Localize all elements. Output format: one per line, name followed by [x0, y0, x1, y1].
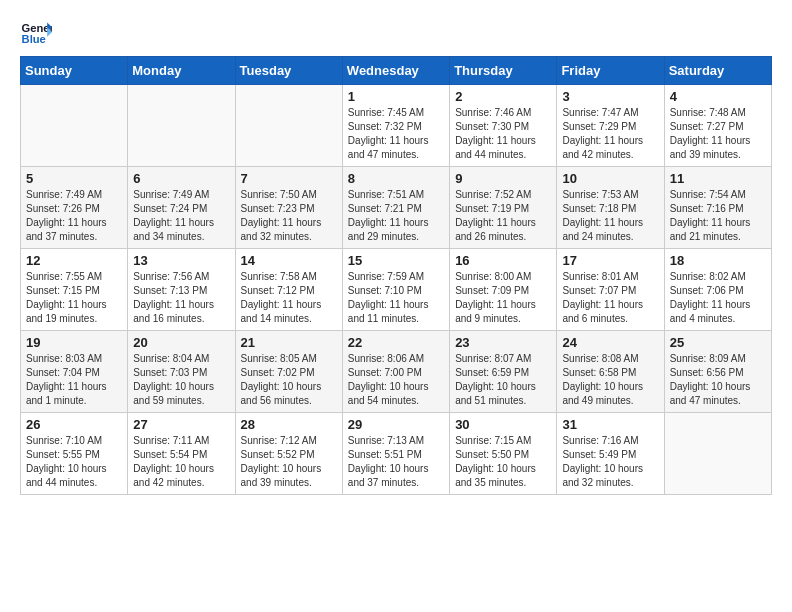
day-cell-27: 27Sunrise: 7:11 AM Sunset: 5:54 PM Dayli…: [128, 413, 235, 495]
day-number-30: 30: [455, 417, 551, 432]
day-cell-4: 4Sunrise: 7:48 AM Sunset: 7:27 PM Daylig…: [664, 85, 771, 167]
empty-cell: [21, 85, 128, 167]
day-cell-2: 2Sunrise: 7:46 AM Sunset: 7:30 PM Daylig…: [450, 85, 557, 167]
week-row-1: 5Sunrise: 7:49 AM Sunset: 7:26 PM Daylig…: [21, 167, 772, 249]
day-number-24: 24: [562, 335, 658, 350]
day-info-15: Sunrise: 7:59 AM Sunset: 7:10 PM Dayligh…: [348, 270, 444, 326]
week-row-0: 1Sunrise: 7:45 AM Sunset: 7:32 PM Daylig…: [21, 85, 772, 167]
day-number-3: 3: [562, 89, 658, 104]
day-cell-12: 12Sunrise: 7:55 AM Sunset: 7:15 PM Dayli…: [21, 249, 128, 331]
week-row-2: 12Sunrise: 7:55 AM Sunset: 7:15 PM Dayli…: [21, 249, 772, 331]
weekday-header-row: SundayMondayTuesdayWednesdayThursdayFrid…: [21, 57, 772, 85]
day-info-18: Sunrise: 8:02 AM Sunset: 7:06 PM Dayligh…: [670, 270, 766, 326]
day-info-17: Sunrise: 8:01 AM Sunset: 7:07 PM Dayligh…: [562, 270, 658, 326]
empty-cell: [664, 413, 771, 495]
empty-cell: [128, 85, 235, 167]
weekday-header-monday: Monday: [128, 57, 235, 85]
day-cell-18: 18Sunrise: 8:02 AM Sunset: 7:06 PM Dayli…: [664, 249, 771, 331]
day-cell-14: 14Sunrise: 7:58 AM Sunset: 7:12 PM Dayli…: [235, 249, 342, 331]
day-number-28: 28: [241, 417, 337, 432]
logo: General Blue: [20, 16, 56, 48]
day-cell-26: 26Sunrise: 7:10 AM Sunset: 5:55 PM Dayli…: [21, 413, 128, 495]
day-number-15: 15: [348, 253, 444, 268]
day-number-29: 29: [348, 417, 444, 432]
day-info-23: Sunrise: 8:07 AM Sunset: 6:59 PM Dayligh…: [455, 352, 551, 408]
day-cell-30: 30Sunrise: 7:15 AM Sunset: 5:50 PM Dayli…: [450, 413, 557, 495]
day-info-28: Sunrise: 7:12 AM Sunset: 5:52 PM Dayligh…: [241, 434, 337, 490]
day-number-6: 6: [133, 171, 229, 186]
weekday-header-friday: Friday: [557, 57, 664, 85]
day-number-2: 2: [455, 89, 551, 104]
day-cell-8: 8Sunrise: 7:51 AM Sunset: 7:21 PM Daylig…: [342, 167, 449, 249]
day-number-9: 9: [455, 171, 551, 186]
day-info-9: Sunrise: 7:52 AM Sunset: 7:19 PM Dayligh…: [455, 188, 551, 244]
day-number-13: 13: [133, 253, 229, 268]
day-number-12: 12: [26, 253, 122, 268]
empty-cell: [235, 85, 342, 167]
day-number-23: 23: [455, 335, 551, 350]
day-number-8: 8: [348, 171, 444, 186]
day-info-20: Sunrise: 8:04 AM Sunset: 7:03 PM Dayligh…: [133, 352, 229, 408]
day-cell-9: 9Sunrise: 7:52 AM Sunset: 7:19 PM Daylig…: [450, 167, 557, 249]
weekday-header-wednesday: Wednesday: [342, 57, 449, 85]
day-cell-3: 3Sunrise: 7:47 AM Sunset: 7:29 PM Daylig…: [557, 85, 664, 167]
day-cell-10: 10Sunrise: 7:53 AM Sunset: 7:18 PM Dayli…: [557, 167, 664, 249]
day-number-31: 31: [562, 417, 658, 432]
day-cell-22: 22Sunrise: 8:06 AM Sunset: 7:00 PM Dayli…: [342, 331, 449, 413]
day-number-16: 16: [455, 253, 551, 268]
day-info-12: Sunrise: 7:55 AM Sunset: 7:15 PM Dayligh…: [26, 270, 122, 326]
day-info-1: Sunrise: 7:45 AM Sunset: 7:32 PM Dayligh…: [348, 106, 444, 162]
day-info-21: Sunrise: 8:05 AM Sunset: 7:02 PM Dayligh…: [241, 352, 337, 408]
day-number-25: 25: [670, 335, 766, 350]
day-cell-19: 19Sunrise: 8:03 AM Sunset: 7:04 PM Dayli…: [21, 331, 128, 413]
day-info-16: Sunrise: 8:00 AM Sunset: 7:09 PM Dayligh…: [455, 270, 551, 326]
day-cell-16: 16Sunrise: 8:00 AM Sunset: 7:09 PM Dayli…: [450, 249, 557, 331]
day-info-5: Sunrise: 7:49 AM Sunset: 7:26 PM Dayligh…: [26, 188, 122, 244]
page-header: General Blue: [20, 16, 772, 48]
day-info-22: Sunrise: 8:06 AM Sunset: 7:00 PM Dayligh…: [348, 352, 444, 408]
day-cell-29: 29Sunrise: 7:13 AM Sunset: 5:51 PM Dayli…: [342, 413, 449, 495]
calendar: SundayMondayTuesdayWednesdayThursdayFrid…: [20, 56, 772, 495]
day-number-11: 11: [670, 171, 766, 186]
day-number-26: 26: [26, 417, 122, 432]
weekday-header-thursday: Thursday: [450, 57, 557, 85]
day-cell-15: 15Sunrise: 7:59 AM Sunset: 7:10 PM Dayli…: [342, 249, 449, 331]
day-number-10: 10: [562, 171, 658, 186]
day-info-25: Sunrise: 8:09 AM Sunset: 6:56 PM Dayligh…: [670, 352, 766, 408]
day-info-2: Sunrise: 7:46 AM Sunset: 7:30 PM Dayligh…: [455, 106, 551, 162]
day-info-14: Sunrise: 7:58 AM Sunset: 7:12 PM Dayligh…: [241, 270, 337, 326]
day-info-19: Sunrise: 8:03 AM Sunset: 7:04 PM Dayligh…: [26, 352, 122, 408]
day-number-22: 22: [348, 335, 444, 350]
day-info-13: Sunrise: 7:56 AM Sunset: 7:13 PM Dayligh…: [133, 270, 229, 326]
day-number-14: 14: [241, 253, 337, 268]
week-row-4: 26Sunrise: 7:10 AM Sunset: 5:55 PM Dayli…: [21, 413, 772, 495]
day-cell-20: 20Sunrise: 8:04 AM Sunset: 7:03 PM Dayli…: [128, 331, 235, 413]
day-number-4: 4: [670, 89, 766, 104]
weekday-header-sunday: Sunday: [21, 57, 128, 85]
day-cell-21: 21Sunrise: 8:05 AM Sunset: 7:02 PM Dayli…: [235, 331, 342, 413]
day-cell-13: 13Sunrise: 7:56 AM Sunset: 7:13 PM Dayli…: [128, 249, 235, 331]
day-info-27: Sunrise: 7:11 AM Sunset: 5:54 PM Dayligh…: [133, 434, 229, 490]
weekday-header-saturday: Saturday: [664, 57, 771, 85]
day-number-19: 19: [26, 335, 122, 350]
day-info-10: Sunrise: 7:53 AM Sunset: 7:18 PM Dayligh…: [562, 188, 658, 244]
day-info-7: Sunrise: 7:50 AM Sunset: 7:23 PM Dayligh…: [241, 188, 337, 244]
day-number-1: 1: [348, 89, 444, 104]
day-cell-5: 5Sunrise: 7:49 AM Sunset: 7:26 PM Daylig…: [21, 167, 128, 249]
day-number-7: 7: [241, 171, 337, 186]
week-row-3: 19Sunrise: 8:03 AM Sunset: 7:04 PM Dayli…: [21, 331, 772, 413]
day-info-3: Sunrise: 7:47 AM Sunset: 7:29 PM Dayligh…: [562, 106, 658, 162]
day-info-26: Sunrise: 7:10 AM Sunset: 5:55 PM Dayligh…: [26, 434, 122, 490]
day-cell-6: 6Sunrise: 7:49 AM Sunset: 7:24 PM Daylig…: [128, 167, 235, 249]
day-info-6: Sunrise: 7:49 AM Sunset: 7:24 PM Dayligh…: [133, 188, 229, 244]
day-cell-17: 17Sunrise: 8:01 AM Sunset: 7:07 PM Dayli…: [557, 249, 664, 331]
day-number-17: 17: [562, 253, 658, 268]
day-cell-1: 1Sunrise: 7:45 AM Sunset: 7:32 PM Daylig…: [342, 85, 449, 167]
day-number-20: 20: [133, 335, 229, 350]
day-cell-11: 11Sunrise: 7:54 AM Sunset: 7:16 PM Dayli…: [664, 167, 771, 249]
day-number-21: 21: [241, 335, 337, 350]
day-number-27: 27: [133, 417, 229, 432]
day-info-11: Sunrise: 7:54 AM Sunset: 7:16 PM Dayligh…: [670, 188, 766, 244]
day-info-4: Sunrise: 7:48 AM Sunset: 7:27 PM Dayligh…: [670, 106, 766, 162]
day-info-30: Sunrise: 7:15 AM Sunset: 5:50 PM Dayligh…: [455, 434, 551, 490]
